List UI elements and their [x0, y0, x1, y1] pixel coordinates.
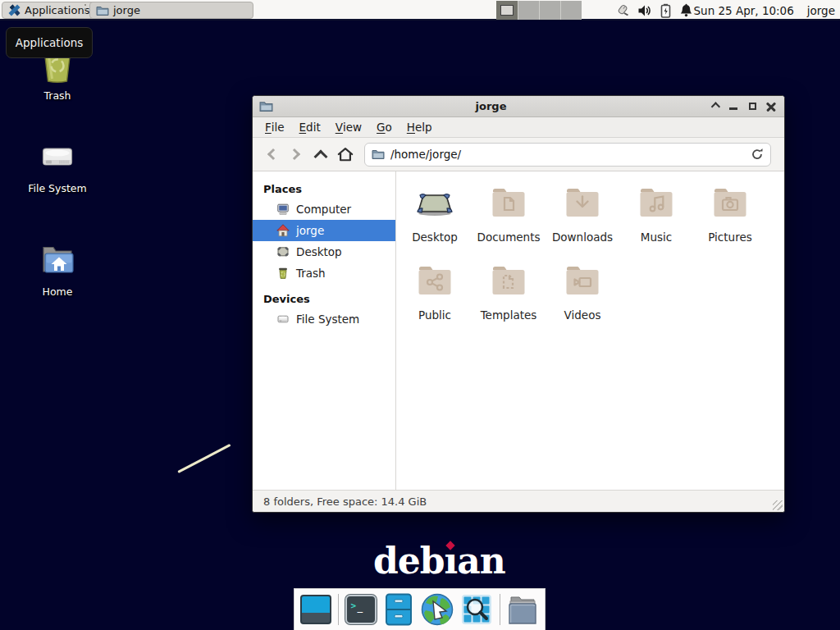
menu-file[interactable]: File: [258, 117, 292, 137]
reload-button[interactable]: [751, 148, 764, 161]
folder-item-label: Videos: [564, 308, 601, 322]
logo-letter-i: ı: [445, 540, 458, 582]
desktop-icon-file-system[interactable]: File System: [23, 137, 92, 194]
folder-item-label: Templates: [481, 308, 537, 322]
up-icon: [314, 149, 328, 163]
terminal-launcher[interactable]: > _: [345, 593, 377, 626]
menu-go[interactable]: Go: [369, 117, 399, 137]
folder-documents-icon: [489, 185, 528, 224]
sidebar-item-label: Desktop: [296, 245, 342, 258]
desktop-icon-label: Trash: [43, 89, 71, 102]
taskbar-window-button[interactable]: jorge: [89, 2, 253, 19]
app-finder-launcher[interactable]: [460, 593, 493, 626]
top-panel: Applications jorge: [0, 0, 840, 21]
maximize-icon: [749, 103, 756, 110]
workspace-3[interactable]: [539, 1, 560, 20]
sidebar-item-computer[interactable]: Computer: [253, 199, 395, 220]
window-titlebar[interactable]: jorge: [253, 96, 784, 117]
menu-view[interactable]: View: [328, 117, 369, 137]
web-browser-launcher[interactable]: [421, 593, 454, 626]
back-button[interactable]: [259, 143, 284, 166]
window-title: jorge: [273, 100, 709, 112]
file-manager-launcher[interactable]: [383, 593, 414, 626]
folder-item-label: Desktop: [412, 231, 458, 244]
folder-item-music[interactable]: Music: [619, 185, 693, 262]
computer-icon: [276, 203, 290, 216]
volume-icon[interactable]: [637, 4, 652, 17]
home-button[interactable]: [333, 143, 358, 166]
drive-icon: [276, 313, 290, 326]
desktop-icon-home[interactable]: Home: [23, 240, 92, 298]
folder-item-label: Documents: [477, 231, 541, 244]
folder-item-desktop[interactable]: Desktop: [398, 185, 472, 262]
toolbar: /home/jorge/: [253, 138, 784, 171]
workspace-pager[interactable]: [496, 1, 582, 20]
home-icon: [336, 146, 354, 162]
maximize-button[interactable]: [746, 101, 758, 112]
up-button[interactable]: [308, 143, 333, 166]
applications-menu-label: Applications: [25, 4, 89, 16]
applications-tooltip: Applications: [6, 27, 93, 58]
workspace-1-active[interactable]: [496, 1, 518, 20]
sidebar-item-desktop[interactable]: Desktop: [253, 241, 395, 262]
folder-item-public[interactable]: Public: [398, 262, 472, 340]
home-folder-icon: [38, 240, 77, 280]
folder-item-label: Public: [418, 308, 451, 322]
folder-item-downloads[interactable]: Downloads: [546, 185, 619, 262]
titlebar-buttons: [709, 101, 777, 112]
forward-icon: [289, 148, 300, 160]
clock[interactable]: Sun 25 Apr, 10:06: [694, 4, 794, 17]
workspace-4[interactable]: [560, 1, 582, 20]
folder-item-pictures[interactable]: Pictures: [693, 185, 767, 262]
sidebar-item-label: Computer: [296, 203, 351, 216]
folder-downloads-icon: [563, 185, 602, 224]
logo-text-left: deb: [373, 540, 445, 582]
sidebar-devices-header: Devices: [253, 289, 395, 308]
battery-charging-icon[interactable]: [660, 3, 672, 18]
taskbar-window-label: jorge: [113, 4, 140, 16]
folder-public-icon: [415, 262, 454, 302]
folder-templates-icon: [489, 262, 528, 302]
panel-drag-handle[interactable]: [83, 4, 88, 16]
forward-button[interactable]: [284, 143, 308, 166]
sidebar-item-jorge[interactable]: jorge: [253, 220, 395, 241]
sidebar-item-label: jorge: [296, 224, 324, 237]
statusbar: 8 folders, Free space: 14.4 GiB: [253, 490, 784, 512]
directory-menu-launcher[interactable]: [506, 593, 539, 626]
show-desktop-icon: [300, 595, 331, 624]
folder-item-documents[interactable]: Documents: [472, 185, 546, 262]
window-folder-icon: [259, 100, 273, 112]
sidebar-item-trash[interactable]: Trash: [253, 262, 395, 284]
sidebar-item-file-system[interactable]: File System: [253, 308, 395, 330]
desktop-icon-label: Home: [43, 285, 73, 298]
folder-item-templates[interactable]: Templates: [472, 262, 546, 340]
bottom-dock: > _: [294, 588, 546, 630]
statusbar-text: 8 folders, Free space: 14.4 GiB: [263, 495, 427, 508]
folder-music-icon: [637, 185, 676, 224]
sidebar: Places Computer jorge: [253, 171, 396, 490]
minimize-button[interactable]: [728, 101, 739, 112]
path-input[interactable]: /home/jorge/: [390, 148, 751, 161]
menu-help[interactable]: Help: [399, 117, 440, 137]
shade-button[interactable]: [709, 101, 720, 112]
menu-edit[interactable]: Edit: [292, 117, 328, 137]
resize-grip[interactable]: [773, 500, 783, 510]
mouse-device-icon[interactable]: [614, 3, 630, 18]
desktop-icon: [276, 245, 290, 258]
notifications-bell-icon[interactable]: [679, 3, 693, 18]
desktop-line-artifact: [177, 444, 231, 473]
debian-logo: debıan: [373, 540, 505, 582]
workspace-2[interactable]: [518, 1, 539, 20]
desktop-icon-label: File System: [28, 182, 87, 194]
folder-item-label: Downloads: [552, 231, 613, 244]
home-icon: [276, 224, 290, 237]
close-button[interactable]: [765, 101, 777, 112]
trash-icon: [276, 267, 290, 280]
location-bar[interactable]: /home/jorge/: [364, 143, 771, 167]
folder-item-videos[interactable]: Videos: [546, 262, 619, 340]
window-body: Places Computer jorge: [253, 171, 784, 490]
folder-icon: [96, 5, 109, 16]
panel-right-area: Sun 25 Apr, 10:06 jorge: [694, 0, 836, 21]
show-desktop-button[interactable]: [300, 593, 331, 626]
shade-icon: [711, 102, 720, 111]
